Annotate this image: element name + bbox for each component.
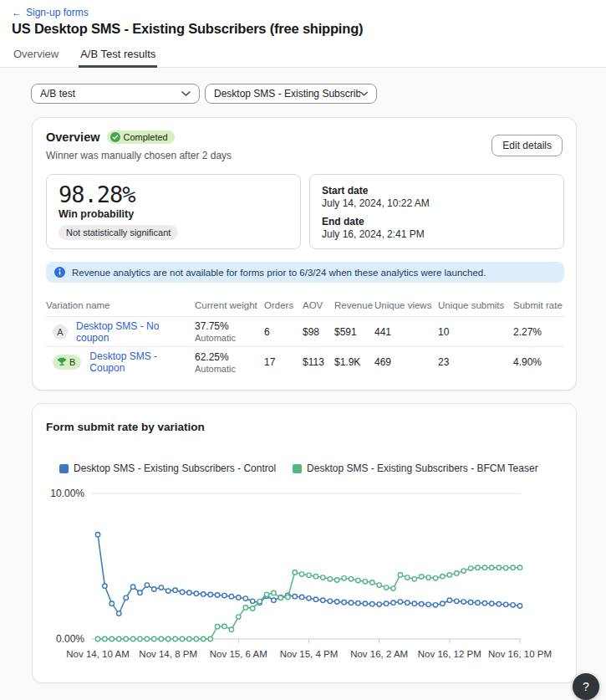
form-select-value: Desktop SMS - Existing Subscribers T... — [214, 88, 360, 100]
end-date-label: End date — [322, 216, 552, 227]
ab-test-select-value: A/B test — [40, 88, 75, 100]
overview-card: Overview Completed Winner was manually c… — [32, 117, 577, 391]
significance-badge: Not statistically significant — [59, 225, 178, 240]
variation-a-unique-submits: 10 — [438, 326, 513, 338]
variation-b-link[interactable]: Desktop SMS - Coupon — [89, 350, 195, 374]
win-probability-label: Win probability — [59, 208, 288, 220]
dates-box: Start date July 14, 2024, 10:22 AM End d… — [309, 174, 564, 249]
table-row-variation-a: A Desktop SMS - No coupon 37.75% Automat… — [46, 317, 564, 347]
variation-b-submit-rate: 4.90% — [513, 356, 564, 368]
info-banner: Revenue analytics are not available for … — [46, 262, 564, 283]
help-icon: ? — [583, 680, 589, 693]
chevron-down-icon — [360, 91, 368, 97]
form-select[interactable]: Desktop SMS - Existing Subscribers T... — [205, 84, 377, 104]
variation-b-winner-badge: B — [53, 355, 81, 370]
svg-text:Nov 14, 10 AM: Nov 14, 10 AM — [66, 649, 129, 659]
win-probability-value: 98.28% — [59, 182, 288, 207]
col-aov: AOV — [303, 300, 334, 310]
col-submit-rate: Submit rate — [513, 300, 564, 310]
variation-b-revenue: $1.9K — [334, 356, 374, 368]
variation-b-weight-mode: Automatic — [195, 364, 264, 374]
page-header: ← Sign-up forms US Desktop SMS - Existin… — [0, 0, 606, 68]
back-link[interactable]: ← Sign-up forms — [12, 7, 89, 18]
status-badge: Completed — [107, 130, 175, 144]
col-revenue: Revenue — [334, 300, 374, 310]
svg-text:10.00%: 10.00% — [50, 488, 84, 499]
legend-item-control[interactable]: Desktop SMS - Existing Subscribers - Con… — [59, 462, 276, 474]
trophy-icon — [57, 357, 67, 367]
variation-b-unique-views: 469 — [374, 356, 438, 368]
col-unique-views: Unique views — [374, 300, 438, 310]
col-orders: Orders — [264, 300, 303, 310]
legend-swatch-bfcm-teaser — [293, 464, 302, 473]
col-unique-submits: Unique submits — [438, 300, 513, 310]
winner-subtitle: Winner was manually chosen after 2 days — [46, 150, 232, 161]
edit-details-button[interactable]: Edit details — [491, 135, 563, 156]
end-date-value: July 16, 2024, 2:41 PM — [322, 228, 552, 240]
variation-b-unique-submits: 23 — [438, 356, 513, 368]
variation-a-revenue: $591 — [334, 326, 374, 338]
ab-test-select[interactable]: A/B test — [31, 84, 200, 104]
tab-overview[interactable]: Overview — [12, 43, 60, 68]
variation-b-aov: $113 — [303, 356, 334, 368]
variation-table: Variation name Current weight Orders AOV… — [46, 300, 564, 377]
variation-a-weight: 37.75% — [195, 320, 264, 332]
chart-title: Form submit rate by variation — [46, 421, 205, 433]
legend-item-bfcm-teaser[interactable]: Desktop SMS - Existing Subscribers - BFC… — [293, 462, 538, 474]
variation-table-header: Variation name Current weight Orders AOV… — [46, 300, 564, 317]
svg-text:Nov 15, 4 PM: Nov 15, 4 PM — [280, 649, 339, 659]
legend-label-bfcm-teaser: Desktop SMS - Existing Subscribers - BFC… — [307, 462, 538, 474]
info-banner-text: Revenue analytics are not available for … — [72, 268, 486, 278]
table-row-variation-b: B Desktop SMS - Coupon 62.25% Automatic … — [46, 347, 564, 377]
legend-swatch-control — [59, 464, 69, 473]
svg-text:Nov 14, 8 PM: Nov 14, 8 PM — [139, 649, 197, 659]
variation-b-badge: B — [69, 357, 75, 367]
help-button[interactable]: ? — [573, 673, 599, 700]
tab-ab-test-results[interactable]: A/B Test results — [79, 43, 157, 68]
variation-a-submit-rate: 2.27% — [513, 326, 564, 338]
win-probability-box: 98.28% Win probability Not statistically… — [46, 174, 301, 249]
tab-bar: Overview A/B Test results — [12, 43, 157, 68]
info-icon — [54, 267, 65, 278]
svg-text:Nov 15, 6 AM: Nov 15, 6 AM — [210, 649, 267, 659]
svg-text:Nov 16, 12 PM: Nov 16, 12 PM — [418, 649, 481, 659]
submit-rate-line-chart[interactable]: 0.00%10.00%Nov 14, 10 AMNov 14, 8 PMNov … — [33, 483, 578, 667]
submit-rate-chart-card: Form submit rate by variation Desktop SM… — [32, 403, 577, 683]
legend-label-control: Desktop SMS - Existing Subscribers - Con… — [74, 462, 276, 474]
back-arrow-icon: ← — [12, 7, 22, 18]
col-current-weight: Current weight — [195, 300, 264, 310]
variation-a-link[interactable]: Desktop SMS - No coupon — [76, 320, 195, 344]
svg-text:Nov 16, 10 PM: Nov 16, 10 PM — [488, 649, 552, 659]
check-circle-icon — [110, 132, 120, 142]
col-variation-name: Variation name — [46, 300, 195, 310]
variation-a-unique-views: 441 — [374, 326, 438, 338]
variation-b-weight: 62.25% — [195, 351, 264, 363]
page-title: US Desktop SMS - Existing Subscribers (f… — [12, 21, 363, 37]
variation-a-orders: 6 — [264, 326, 303, 338]
start-date-label: Start date — [322, 185, 552, 197]
svg-text:Nov 16, 2 AM: Nov 16, 2 AM — [350, 649, 408, 659]
chart-legend: Desktop SMS - Existing Subscribers - Con… — [59, 462, 538, 474]
overview-heading: Overview — [46, 130, 100, 144]
variation-a-badge: A — [53, 324, 68, 340]
start-date-value: July 14, 2024, 10:22 AM — [322, 197, 552, 209]
svg-text:0.00%: 0.00% — [56, 633, 84, 645]
back-link-label: Sign-up forms — [26, 7, 89, 18]
chevron-down-icon — [181, 91, 191, 97]
variation-a-weight-mode: Automatic — [195, 333, 264, 343]
status-badge-label: Completed — [124, 132, 168, 142]
variation-b-orders: 17 — [264, 356, 303, 368]
variation-a-aov: $98 — [303, 326, 334, 338]
